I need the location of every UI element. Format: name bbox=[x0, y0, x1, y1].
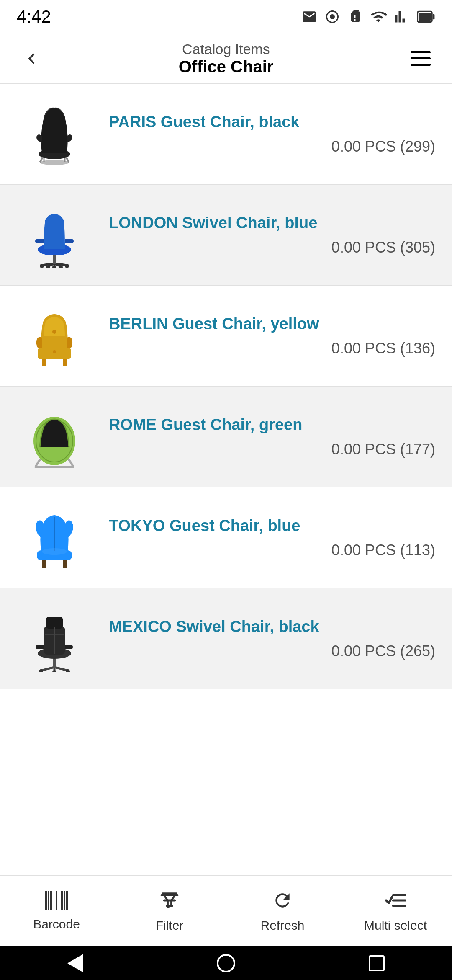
multiselect-nav-item[interactable]: Multi select bbox=[339, 876, 452, 946]
svg-point-39 bbox=[52, 670, 56, 672]
status-time: 4:42 bbox=[17, 7, 51, 27]
london-chair-image bbox=[17, 197, 92, 273]
svg-line-35 bbox=[54, 667, 68, 671]
catalog-item-berlin[interactable]: BERLIN Guest Chair, yellow 0.00 PCS (136… bbox=[0, 286, 452, 387]
barcode-nav-label: Barcode bbox=[33, 917, 80, 931]
sim-icon bbox=[347, 9, 362, 24]
filter-icon bbox=[159, 890, 180, 914]
system-nav-bar bbox=[0, 946, 452, 980]
catalog-item-mexico[interactable]: MEXICO Swivel Chair, black 0.00 PCS (265… bbox=[0, 588, 452, 689]
refresh-nav-label: Refresh bbox=[260, 918, 304, 933]
refresh-nav-item[interactable]: Refresh bbox=[226, 876, 339, 946]
svg-point-33 bbox=[42, 548, 67, 555]
svg-rect-2 bbox=[433, 14, 435, 20]
catalog-list: PARIS Guest Chair, black 0.00 PCS (299) bbox=[0, 84, 452, 875]
header-main-title: Office Chair bbox=[46, 57, 406, 76]
svg-rect-55 bbox=[66, 891, 68, 910]
system-home-button[interactable] bbox=[216, 953, 236, 974]
london-chair-info: LONDON Swivel Chair, blue 0.00 PCS (305) bbox=[109, 214, 435, 256]
svg-point-15 bbox=[40, 264, 44, 268]
mexico-chair-stock: 0.00 PCS (265) bbox=[109, 642, 435, 660]
rome-chair-info: ROME Guest Chair, green 0.00 PCS (177) bbox=[109, 416, 435, 458]
mexico-chair-info: MEXICO Swivel Chair, black 0.00 PCS (265… bbox=[109, 618, 435, 660]
berlin-chair-info: BERLIN Guest Chair, yellow 0.00 PCS (136… bbox=[109, 315, 435, 357]
paris-chair-stock: 0.00 PCS (299) bbox=[109, 138, 435, 155]
svg-line-34 bbox=[41, 667, 54, 671]
svg-point-19 bbox=[52, 265, 56, 268]
catalog-item-tokyo[interactable]: TOKYO Guest Chair, blue 0.00 PCS (113) bbox=[0, 487, 452, 588]
header-subtitle: Catalog Items bbox=[46, 41, 406, 57]
back-button[interactable] bbox=[17, 44, 46, 73]
status-icons bbox=[301, 8, 435, 25]
rome-chair-name: ROME Guest Chair, green bbox=[109, 416, 435, 434]
catalog-item-london[interactable]: LONDON Swivel Chair, blue 0.00 PCS (305) bbox=[0, 185, 452, 286]
svg-rect-48 bbox=[48, 891, 49, 910]
tokyo-chair-name: TOKYO Guest Chair, blue bbox=[109, 517, 435, 535]
header-title: Catalog Items Office Chair bbox=[46, 41, 406, 76]
mexico-chair-image bbox=[17, 601, 92, 676]
multiselect-icon bbox=[384, 890, 407, 914]
rome-chair-image bbox=[17, 399, 92, 475]
multiselect-nav-label: Multi select bbox=[364, 918, 427, 933]
svg-rect-3 bbox=[419, 13, 431, 21]
svg-rect-43 bbox=[46, 617, 63, 629]
status-bar: 4:42 bbox=[0, 0, 452, 34]
tokyo-chair-stock: 0.00 PCS (113) bbox=[109, 542, 435, 559]
loyalty-icon bbox=[325, 9, 340, 24]
rome-chair-stock: 0.00 PCS (177) bbox=[109, 441, 435, 458]
paris-chair-info: PARIS Guest Chair, black 0.00 PCS (299) bbox=[109, 113, 435, 155]
svg-point-26 bbox=[52, 330, 56, 334]
system-back-button[interactable] bbox=[65, 953, 86, 974]
tokyo-chair-info: TOKYO Guest Chair, blue 0.00 PCS (113) bbox=[109, 517, 435, 559]
paris-chair-image bbox=[17, 96, 92, 172]
header: Catalog Items Office Chair bbox=[0, 34, 452, 84]
london-chair-stock: 0.00 PCS (305) bbox=[109, 239, 435, 256]
refresh-icon bbox=[272, 890, 293, 914]
svg-point-25 bbox=[53, 350, 56, 353]
svg-point-0 bbox=[330, 14, 335, 19]
signal-icon bbox=[394, 9, 409, 24]
bottom-nav: Barcode Filter Refresh bbox=[0, 875, 452, 946]
svg-rect-53 bbox=[61, 891, 63, 910]
barcode-icon bbox=[45, 891, 68, 913]
svg-rect-47 bbox=[45, 891, 47, 910]
tokyo-chair-image bbox=[17, 500, 92, 575]
svg-rect-51 bbox=[56, 891, 57, 910]
svg-rect-54 bbox=[64, 891, 65, 910]
catalog-item-rome[interactable]: ROME Guest Chair, green 0.00 PCS (177) bbox=[0, 387, 452, 487]
catalog-item-paris[interactable]: PARIS Guest Chair, black 0.00 PCS (299) bbox=[0, 84, 452, 185]
berlin-chair-image bbox=[17, 298, 92, 374]
filter-nav-item[interactable]: Filter bbox=[113, 876, 226, 946]
berlin-chair-name: BERLIN Guest Chair, yellow bbox=[109, 315, 435, 333]
london-chair-name: LONDON Swivel Chair, blue bbox=[109, 214, 435, 232]
filter-nav-label: Filter bbox=[156, 918, 184, 933]
menu-button[interactable] bbox=[406, 44, 435, 73]
svg-rect-50 bbox=[54, 891, 54, 910]
gmail-icon bbox=[301, 9, 317, 25]
wifi-icon bbox=[370, 8, 387, 25]
svg-point-16 bbox=[65, 264, 69, 268]
svg-rect-52 bbox=[59, 891, 59, 910]
svg-rect-49 bbox=[50, 891, 52, 910]
paris-chair-name: PARIS Guest Chair, black bbox=[109, 113, 435, 131]
barcode-nav-item[interactable]: Barcode bbox=[0, 876, 113, 946]
mexico-chair-name: MEXICO Swivel Chair, black bbox=[109, 618, 435, 636]
system-recents-button[interactable] bbox=[366, 953, 387, 974]
battery-icon bbox=[417, 9, 435, 24]
hamburger-icon bbox=[411, 51, 431, 66]
berlin-chair-stock: 0.00 PCS (136) bbox=[109, 340, 435, 357]
